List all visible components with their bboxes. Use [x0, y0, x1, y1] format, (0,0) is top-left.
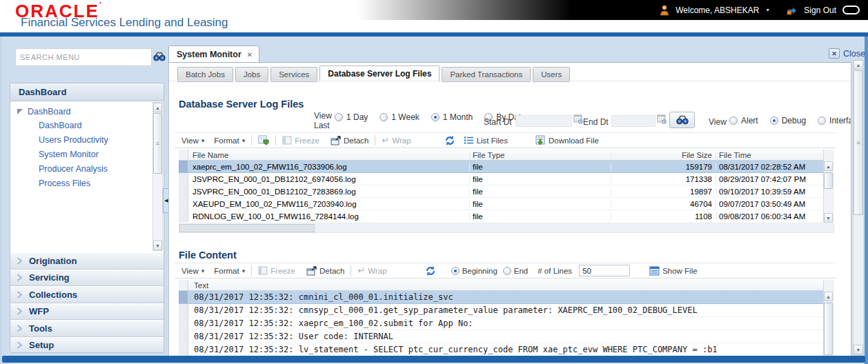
window-tab-system-monitor[interactable]: System Monitor ✕: [168, 46, 259, 63]
table-scrollbar[interactable]: ▲ ▼: [823, 150, 834, 223]
col-file-name[interactable]: File Name: [188, 151, 470, 159]
col-text[interactable]: Text: [188, 281, 823, 290]
scroll-up-arrow[interactable]: ▲: [824, 292, 833, 301]
search-logs-button[interactable]: [669, 112, 695, 128]
radio-label[interactable]: Interfaces: [829, 116, 851, 125]
log-line-row[interactable]: 08/31/2017 12:35:32: cmnsyp_cl_000_01.ge…: [179, 304, 823, 317]
radio-1-month[interactable]: [431, 113, 440, 121]
tree-node-dashboard[interactable]: DashBoard: [10, 101, 164, 119]
search-icon[interactable]: [153, 52, 166, 61]
nav-section-wfp[interactable]: WFP: [10, 303, 164, 321]
radio-label[interactable]: Alert: [741, 116, 758, 125]
col-file-type[interactable]: File Type: [470, 151, 611, 159]
chevron-right-icon: [17, 257, 23, 265]
log-line-row[interactable]: 08/31/2017 12:35:32: cmnini_cl_000_01.in…: [179, 291, 823, 304]
num-lines-input[interactable]: [579, 265, 630, 276]
scroll-down-arrow[interactable]: ▼: [153, 241, 162, 250]
nav-section-origination[interactable]: Origination: [10, 252, 164, 270]
scroll-up-arrow[interactable]: ▲: [153, 103, 162, 112]
refresh-icon[interactable]: [444, 135, 455, 146]
nav-section-label: Tools: [29, 323, 52, 334]
close-button[interactable]: ✕ Close: [829, 48, 865, 59]
end-dt-input[interactable]: [611, 115, 655, 127]
scroll-up-arrow[interactable]: ▲: [824, 161, 833, 171]
tree-item-dashboard[interactable]: DashBoard: [10, 119, 164, 133]
nav-section-label: WFP: [29, 306, 49, 316]
tree-scrollbar[interactable]: ▲ ≡ ▼: [152, 102, 163, 251]
scrollbar-thumb[interactable]: [824, 172, 833, 189]
format-menu-button[interactable]: Format▾: [214, 136, 245, 145]
radio-interfaces[interactable]: [818, 117, 826, 125]
radio-label[interactable]: 1 Week: [391, 112, 419, 122]
tab-database-server-log-files[interactable]: Database Server Log Files: [319, 65, 440, 82]
log-line-row[interactable]: 08/31/2017 12:35:32: lv_statement - SELE…: [179, 343, 823, 356]
col-file-size[interactable]: File Size: [611, 151, 716, 159]
table-scrollbar[interactable]: ▲: [823, 280, 834, 356]
refresh-icon[interactable]: [425, 265, 436, 276]
log-line-row[interactable]: 08/31/2017 12:35:32: User code: INTERNAL: [179, 330, 823, 343]
radio-label[interactable]: Debug: [782, 116, 806, 125]
format-menu-button[interactable]: Format▾: [214, 267, 245, 275]
scrollbar-thumb[interactable]: [824, 303, 833, 355]
table-row[interactable]: JSVPRC_EN_000_01_DB12102_7283869.log fil…: [179, 185, 823, 198]
scroll-down-arrow[interactable]: ▼: [854, 345, 863, 354]
export-icon[interactable]: [258, 135, 269, 145]
chevron-down-icon[interactable]: ▼: [765, 8, 770, 12]
table-hscrollbar[interactable]: [179, 223, 834, 233]
nav-section-collections[interactable]: Collections: [10, 286, 164, 303]
tab-services[interactable]: Services: [270, 67, 317, 82]
radio-end[interactable]: End: [503, 267, 528, 275]
start-dt-calendar-icon[interactable]: [573, 114, 583, 124]
table-row[interactable]: JSVPRC_EN_000_01_DB12102_6974056.log fil…: [179, 173, 823, 185]
radio-1-day[interactable]: [335, 113, 343, 121]
table-header-row: File Name File Type File Size File Time: [179, 150, 823, 161]
session-pill-icon[interactable]: [842, 6, 860, 14]
scroll-up-arrow[interactable]: ▲: [854, 60, 863, 70]
list-files-button[interactable]: List Files: [464, 136, 508, 145]
log-line-row[interactable]: 08/31/2017 12:35:32: xaeprc_em_100_02.su…: [179, 317, 823, 330]
hscrollbar-thumb[interactable]: [179, 224, 315, 232]
radio-1-week[interactable]: [379, 113, 388, 121]
table-row[interactable]: xaeprc_em_100_02_FMW116_7033906.log file…: [179, 161, 823, 173]
tab-close-icon[interactable]: ✕: [247, 51, 253, 59]
radio-alert[interactable]: [729, 117, 738, 125]
tree-item-users-productivity[interactable]: Users Productivity: [10, 133, 164, 148]
radio-label[interactable]: 1 Day: [346, 112, 368, 122]
scrollbar-thumb[interactable]: ≡: [153, 113, 162, 174]
nav-section-tools[interactable]: Tools: [10, 320, 164, 337]
nav-section-dashboard-header[interactable]: DashBoard: [10, 83, 164, 101]
scroll-down-arrow[interactable]: ▼: [824, 213, 833, 223]
tab-parked-transactions[interactable]: Parked Transactions: [442, 67, 531, 82]
tree-item-producer-analysis[interactable]: Producer Analysis: [10, 162, 164, 176]
sign-out-button[interactable]: Sign Out: [804, 6, 836, 15]
detach-button[interactable]: Detach: [331, 136, 368, 145]
cell-file-size: 19897: [611, 188, 716, 196]
tree-item-process-files[interactable]: Process Files: [10, 176, 164, 191]
scrollbar-thumb[interactable]: ≡: [854, 70, 863, 215]
radio-label[interactable]: 1 Month: [443, 112, 473, 122]
end-dt-calendar-icon[interactable]: [657, 114, 667, 124]
tab-jobs[interactable]: Jobs: [235, 67, 268, 82]
tab-users[interactable]: Users: [533, 67, 570, 82]
view-menu-button[interactable]: View▾: [181, 136, 204, 145]
table-row[interactable]: XAEUPD_EM_100_02_FMW116_7203940.log file…: [179, 198, 823, 210]
welcome-user-menu[interactable]: Welcome, ABSHEKAR: [675, 6, 759, 15]
table-row[interactable]: RDNLOG_EW_100_01_FMW116_7284144.log file…: [179, 210, 823, 223]
search-input[interactable]: [16, 49, 151, 65]
view-menu-button[interactable]: View▾: [181, 267, 204, 275]
download-file-button[interactable]: Download File: [535, 135, 599, 145]
detach-icon: [306, 266, 317, 276]
tab-batch-jobs[interactable]: Batch Jobs: [177, 67, 233, 82]
cell-file-time: 08/29/2017 07:42:07 PM: [716, 175, 823, 183]
radio-beginning[interactable]: Beginning: [451, 267, 497, 275]
detach-button[interactable]: Detach: [306, 266, 344, 276]
radio-debug[interactable]: [770, 117, 778, 125]
main-scrollbar[interactable]: ▲ ≡ ▼: [853, 59, 864, 355]
nav-section-setup[interactable]: Setup: [10, 337, 164, 354]
start-dt-input[interactable]: [515, 115, 572, 127]
col-file-time[interactable]: File Time: [716, 151, 823, 159]
show-file-button[interactable]: Show File: [649, 266, 698, 276]
tree-expand-icon[interactable]: [17, 109, 23, 114]
tree-item-system-monitor[interactable]: System Monitor: [10, 148, 164, 162]
nav-section-servicing[interactable]: Servicing: [10, 270, 164, 287]
